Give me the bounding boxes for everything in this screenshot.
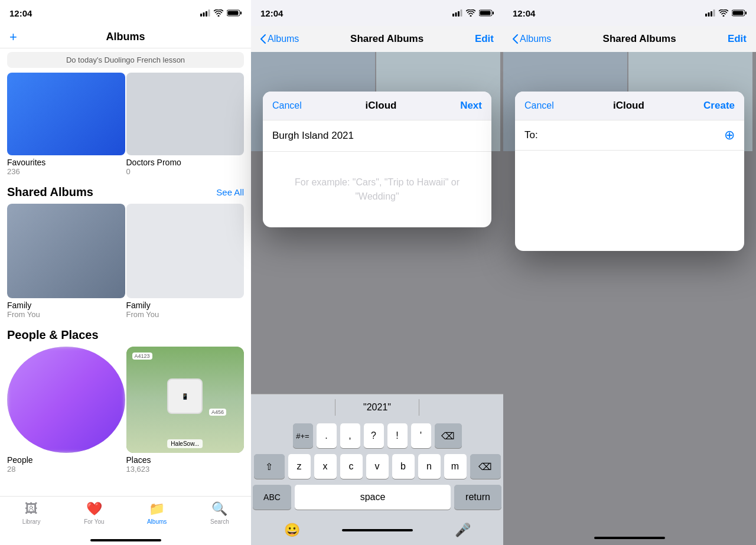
edit-button-3[interactable]: Edit	[728, 33, 747, 45]
album-item-favourites[interactable]: Favourites 236	[7, 73, 125, 176]
key-abc[interactable]: ABC	[253, 485, 291, 510]
panel3-nav-title: Shared Albums	[603, 33, 676, 45]
nav-albums-label: Albums	[147, 518, 167, 525]
svg-rect-10	[461, 9, 462, 17]
album-thumb-favourites	[7, 73, 125, 155]
keyboard-rows: #+= . , ? ! ' ⌫ ⇧ z x c v b n m ⌫	[251, 420, 503, 518]
key-backspace-special[interactable]: ⌫	[435, 423, 462, 448]
key-dot[interactable]: .	[317, 423, 337, 448]
people-places-grid: People 28 📱 HaleSow... A4123 A456 Places…	[0, 347, 251, 474]
nav-search-label: Search	[210, 518, 229, 525]
key-shift[interactable]: ⇧	[254, 454, 285, 479]
status-time-3: 12:04	[513, 8, 535, 18]
home-indicator-3	[594, 537, 665, 539]
key-hash[interactable]: #+=	[293, 423, 313, 448]
svg-rect-19	[745, 12, 747, 15]
key-apostrophe[interactable]: '	[411, 423, 431, 448]
panel2-nav-title: Shared Albums	[350, 33, 423, 45]
key-comma[interactable]: ,	[340, 423, 360, 448]
panel3-nav-bar: Albums Shared Albums Edit	[503, 26, 756, 52]
key-n[interactable]: n	[418, 454, 441, 479]
album-thumb-doctors	[126, 73, 245, 155]
svg-rect-13	[480, 11, 491, 15]
people-item[interactable]: People 28	[7, 347, 125, 474]
album-name-input[interactable]	[272, 130, 482, 142]
svg-rect-17	[713, 9, 715, 17]
shared-thumb-2	[126, 204, 245, 298]
key-return[interactable]: return	[454, 485, 501, 510]
key-v[interactable]: v	[366, 454, 389, 479]
nav-albums[interactable]: 📁 Albums	[138, 501, 176, 525]
chevron-left-icon-2	[260, 34, 266, 44]
svg-rect-8	[455, 12, 457, 17]
dialog-to-header: Cancel iCloud Create	[515, 92, 744, 120]
shared-album-family-2[interactable]: Family From You	[126, 204, 245, 319]
key-exclaim[interactable]: !	[387, 423, 408, 448]
key-m[interactable]: m	[444, 454, 467, 479]
dialog-to-input[interactable]	[544, 129, 722, 141]
shared-album-family-1[interactable]: Family From You	[7, 204, 125, 319]
dialog-to-cancel-button[interactable]: Cancel	[524, 100, 554, 111]
panel-albums: 12:04 + Albums Do	[0, 0, 251, 545]
nav-library-label: Library	[22, 518, 41, 525]
nav-for-you-label: For You	[84, 518, 104, 525]
shared-album-sub-2: From You	[126, 310, 245, 319]
svg-rect-2	[206, 11, 207, 17]
edit-button-2[interactable]: Edit	[475, 33, 494, 45]
icloud-name-dialog: Cancel iCloud Next For example: "Cars", …	[263, 92, 491, 227]
add-recipient-button[interactable]: ⊕	[724, 129, 735, 142]
wifi-icon-2	[466, 9, 475, 17]
places-item[interactable]: 📱 HaleSow... A4123 A456 Places 13,623	[126, 347, 245, 474]
suggestion-middle[interactable]: "2021"	[335, 400, 419, 415]
svg-rect-0	[200, 14, 202, 17]
suggestion-left[interactable]	[251, 405, 335, 410]
emoji-icon-2[interactable]: 😀	[284, 523, 300, 538]
key-b[interactable]: b	[392, 454, 415, 479]
albums-grid: Favourites 236 Doctors Promo 0	[0, 73, 251, 176]
dialog-next-button[interactable]: Next	[460, 100, 482, 112]
dialog-to-label: To:	[524, 129, 538, 141]
albums-icon: 📁	[149, 501, 165, 517]
nav-search[interactable]: 🔍 Search	[201, 501, 239, 525]
album-count-doctors: 0	[126, 167, 245, 176]
svg-rect-1	[203, 12, 205, 17]
suggestion-right[interactable]	[419, 405, 503, 410]
key-z[interactable]: z	[288, 454, 311, 479]
status-bar-2: 12:04	[251, 0, 503, 26]
back-albums-button-2[interactable]: Albums	[260, 34, 299, 44]
nav-for-you[interactable]: ❤️ For You	[75, 501, 113, 525]
nav-library[interactable]: 🖼 Library	[12, 501, 50, 525]
key-x[interactable]: x	[314, 454, 337, 479]
signal-icon-2	[452, 9, 462, 17]
album-item-doctors[interactable]: Doctors Promo 0	[126, 73, 245, 176]
shared-thumb-1	[7, 204, 125, 298]
signal-icon-3	[705, 9, 715, 17]
see-all-button[interactable]: See All	[216, 187, 244, 197]
key-backspace[interactable]: ⌫	[470, 454, 501, 479]
key-question[interactable]: ?	[364, 423, 384, 448]
svg-rect-7	[452, 14, 454, 17]
shared-album-name-2: Family	[126, 301, 245, 310]
dialog-empty-area	[515, 151, 744, 251]
shared-albums-grid: Family From You Family From You	[0, 204, 251, 319]
numbers-row: ⇧ z x c v b n m ⌫	[253, 454, 501, 479]
dialog-create-button[interactable]: Create	[703, 100, 735, 112]
status-time-2: 12:04	[260, 8, 283, 18]
icloud-to-dialog: Cancel iCloud Create To: ⊕	[515, 92, 744, 251]
album-name-favourites: Favourites	[7, 158, 125, 167]
key-space[interactable]: space	[295, 485, 451, 510]
library-icon: 🖼	[25, 501, 38, 517]
keyboard-bottom-extras: 😀 🎤	[251, 518, 503, 545]
keyboard-panel2: "2021" #+= . , ? ! ' ⌫ ⇧ z x c v	[251, 394, 503, 545]
for-you-icon: ❤️	[86, 501, 102, 517]
mic-icon-2[interactable]: 🎤	[455, 523, 471, 538]
back-albums-button-3[interactable]: Albums	[513, 34, 551, 44]
dialog-title: iCloud	[366, 100, 397, 112]
suggestion-bar: "2021"	[251, 394, 503, 420]
svg-rect-15	[708, 12, 710, 17]
key-c[interactable]: c	[340, 454, 363, 479]
dialog-cancel-button[interactable]: Cancel	[272, 100, 302, 111]
places-label: Places	[126, 455, 245, 465]
add-album-button[interactable]: +	[9, 30, 17, 45]
dialog-placeholder-text: For example: "Cars", "Trip to Hawaii" or…	[263, 152, 491, 227]
